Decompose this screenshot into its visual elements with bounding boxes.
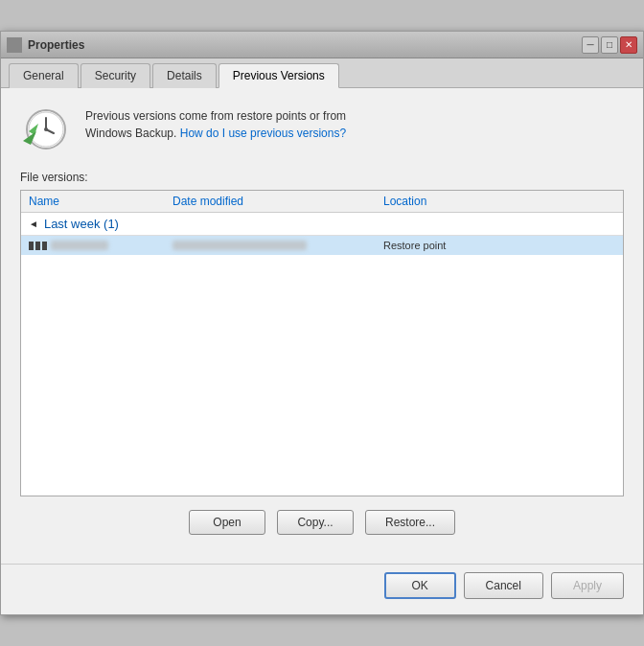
svg-rect-3 [15,46,20,51]
close-button[interactable]: ✕ [620,36,637,54]
window-title: Properties [28,38,84,52]
row-restore-point-cell: Restore point [383,240,615,251]
file-versions-label: File versions: [20,171,624,184]
action-buttons: Open Copy... Restore... [20,510,624,535]
svg-point-8 [44,127,48,131]
ok-button[interactable]: OK [384,572,456,599]
tab-bar: General Security Details Previous Versio… [1,58,643,88]
group-arrow-icon: ◄ [29,219,38,229]
minimize-button[interactable]: ─ [582,36,599,54]
row-name-cell [29,241,172,250]
column-location: Location [383,195,615,208]
svg-rect-2 [9,46,13,51]
tab-general[interactable]: General [9,63,79,88]
info-description: Previous versions come from restore poin… [85,104,346,142]
title-bar-left: Properties [7,37,84,53]
restore-button[interactable]: Restore... [365,510,455,535]
window-icon [7,37,22,53]
table-header: Name Date modified Location [21,191,623,213]
tab-previous-versions[interactable]: Previous Versions [218,63,339,88]
bottom-buttons: OK Cancel Apply [1,564,643,614]
column-date-modified: Date modified [172,195,383,208]
tab-security[interactable]: Security [80,63,150,88]
row-date-blurred [172,241,307,250]
file-icon [29,242,47,250]
clock-icon [21,104,69,152]
copy-button[interactable]: Copy... [277,510,354,535]
versions-table: Name Date modified Location ◄ Last week … [20,190,624,496]
cancel-button[interactable]: Cancel [464,572,543,599]
apply-button[interactable]: Apply [551,572,624,599]
open-button[interactable]: Open [189,510,265,535]
table-row[interactable]: Restore point [21,236,623,255]
properties-window: Properties ─ □ ✕ General Security Detail… [0,31,644,615]
info-help-link[interactable]: How do I use previous versions? [180,127,346,140]
tab-content: Previous versions come from restore poin… [1,88,643,564]
restore-point-label: Restore point [383,240,446,251]
title-bar: Properties ─ □ ✕ [1,32,643,58]
maximize-button[interactable]: □ [601,36,618,54]
svg-rect-1 [15,39,20,44]
title-bar-controls: ─ □ ✕ [582,36,637,54]
group-last-week[interactable]: ◄ Last week (1) [21,213,623,236]
tab-details[interactable]: Details [152,63,217,88]
info-section: Previous versions come from restore poin… [20,104,624,153]
clock-icon-wrapper [20,104,70,153]
row-date-cell [172,241,383,250]
svg-rect-0 [9,39,13,44]
column-name: Name [29,195,172,208]
group-label: Last week (1) [44,217,119,231]
row-name-blurred [51,241,108,250]
